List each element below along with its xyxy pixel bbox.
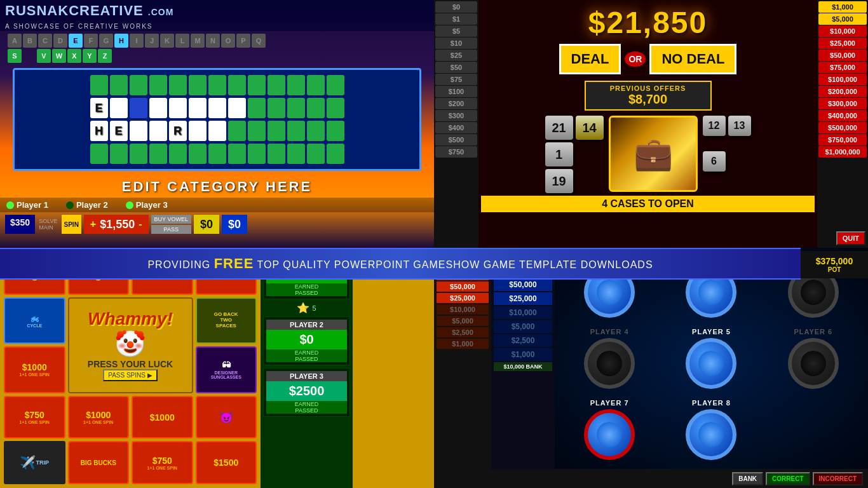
pyl-cell-cycle[interactable]: 🏍 CYCLE	[4, 297, 65, 344]
player3-label: Player 3	[136, 200, 168, 210]
player1-dot	[6, 201, 14, 209]
pyl-cell-750b[interactable]: $750 1+1 ONE SPIN	[4, 396, 65, 439]
brand-logo: RUSNAKCREATIVE .com	[5, 3, 173, 19]
alpha-X[interactable]: X	[67, 49, 81, 63]
player2-circle-inner	[698, 280, 724, 305]
alpha-N[interactable]: N	[206, 34, 220, 48]
case-12[interactable]: 12	[703, 116, 726, 136]
pyl-cell-trip[interactable]: ✈️ TRIP	[4, 441, 65, 484]
alpha-Y[interactable]: Y	[83, 49, 97, 63]
pyl-cell-1000c[interactable]: $1000	[132, 396, 193, 439]
banner: PROVIDING FREE TOP QUALITY POWERPOINT GA…	[0, 248, 801, 280]
case-1[interactable]: 1	[545, 142, 573, 166]
case-21[interactable]: 21	[545, 116, 573, 140]
alpha-C[interactable]: C	[38, 34, 52, 48]
alpha-Z[interactable]: Z	[98, 49, 112, 63]
alpha-B[interactable]: B	[23, 34, 37, 48]
cell-r3c4	[149, 121, 167, 141]
alpha-D[interactable]: D	[53, 34, 67, 48]
player2-score: $0	[200, 218, 213, 231]
amount-1: $1	[435, 13, 477, 25]
cell-r4c1	[90, 144, 108, 164]
alpha-H[interactable]: H	[114, 34, 128, 48]
cell-r1c1	[90, 75, 108, 95]
pyl-cell-1000b[interactable]: $1000 1+1 ONE SPIN	[68, 396, 130, 439]
pyl-cell-sunglasses[interactable]: 🕶 DESIGNER SUNGLASSES	[196, 346, 257, 393]
alpha-M[interactable]: M	[191, 34, 205, 48]
player3-score: $0	[228, 218, 241, 231]
bank-button[interactable]: BANK	[732, 472, 763, 485]
quit-button[interactable]: QUIT	[836, 231, 865, 245]
player6-circle[interactable]	[788, 338, 839, 389]
correct-button[interactable]: CORRECT	[766, 472, 810, 485]
cell-r2c2	[110, 98, 128, 118]
cell-r3c11	[287, 121, 305, 141]
cell-r1c7	[208, 75, 226, 95]
alpha-W[interactable]: W	[52, 49, 66, 63]
cell-r3c8	[228, 121, 246, 141]
case-14[interactable]: 14	[576, 116, 604, 140]
player5-circle-label: PLAYER 5	[692, 328, 731, 336]
alpha-I[interactable]: I	[130, 34, 144, 48]
alpha-K[interactable]: K	[160, 34, 174, 48]
pyl-player2-label: PLAYER 2	[266, 320, 347, 330]
player8-circle[interactable]	[686, 409, 736, 460]
solve-label: SOLVE	[39, 218, 57, 224]
case-19[interactable]: 19	[545, 169, 573, 193]
banner-text-before: PROVIDING	[147, 259, 214, 270]
nodeal-button[interactable]: NO DEAL	[649, 44, 736, 74]
alpha-Q[interactable]: Q	[252, 34, 266, 48]
player2-label: Player 2	[76, 200, 108, 210]
player5-circle[interactable]	[686, 338, 736, 389]
alpha-S[interactable]: S	[8, 49, 22, 63]
cell-r1c9	[248, 75, 266, 95]
amount-75: $75	[435, 74, 477, 85]
pyl-cell-whammy-b[interactable]: 😈	[196, 396, 257, 439]
alpha-G[interactable]: G	[99, 34, 113, 48]
deal-button[interactable]: DEAL	[559, 44, 621, 74]
cell-r2c8	[228, 98, 246, 118]
player-circle-4: PLAYER 4	[561, 325, 658, 391]
pass-button[interactable]: PASS	[151, 225, 191, 234]
cell-r1c3	[130, 75, 147, 95]
cell-r2c5	[169, 98, 187, 118]
alpha-J[interactable]: J	[145, 34, 159, 48]
case-6[interactable]: 6	[703, 151, 726, 172]
pyl-cell-1000a[interactable]: $1000 1+1 ONE SPIN	[4, 346, 65, 393]
player7-circle[interactable]	[584, 409, 635, 460]
bank-area: BANK CORRECT INCORRECT	[434, 469, 868, 488]
buy-vowel-button[interactable]: BUY VOWEL	[151, 215, 191, 224]
prev-offers-label: PREVIOUS OFFERS	[593, 85, 703, 92]
case-13[interactable]: 13	[728, 116, 751, 136]
money-50k: $50,000	[494, 278, 552, 291]
cases-to-open: 4 CASES TO OPEN	[481, 196, 815, 212]
pyl-cell-bigbucks[interactable]: BIG BUCKS	[68, 441, 130, 484]
pyl-cell-go-back[interactable]: GO BACKTWOSPACES	[196, 297, 257, 344]
alpha-O[interactable]: O	[221, 34, 235, 48]
alpha-P[interactable]: P	[236, 34, 250, 48]
pyl-player2-earned: EARNED	[266, 349, 347, 356]
incorrect-button[interactable]: INCORRECT	[813, 472, 863, 485]
player8-circle-label: PLAYER 8	[692, 399, 731, 407]
alpha-F[interactable]: F	[84, 34, 98, 48]
cell-r1c5	[169, 75, 187, 95]
amount-100: $100	[435, 86, 477, 97]
cell-r4c3	[130, 144, 147, 164]
amount-10000: $10,000	[818, 25, 867, 37]
pyl-cell-750c[interactable]: $750 1+1 ONE SPIN	[132, 441, 193, 484]
alpha-E[interactable]: E	[69, 34, 83, 48]
pyl-cell-1500b[interactable]: $1500	[196, 441, 257, 484]
banner-free: FREE	[214, 255, 254, 271]
player4-circle[interactable]	[584, 338, 635, 389]
pass-spins-button[interactable]: PASS SPINS ▶	[103, 369, 158, 381]
money-column: $125,000 $75,000 $50,000 $25,000 $10,000…	[491, 248, 555, 469]
alpha-L[interactable]: L	[175, 34, 189, 48]
cell-r2c6	[189, 98, 207, 118]
amount-1000: $1,000	[818, 1, 867, 13]
alpha-V[interactable]: V	[37, 49, 51, 63]
amount-300: $300	[435, 110, 477, 121]
amount-10: $10	[435, 37, 477, 49]
alpha-A[interactable]: A	[8, 34, 22, 48]
or-label: OR	[625, 51, 646, 67]
player7-circle-inner	[597, 422, 622, 447]
